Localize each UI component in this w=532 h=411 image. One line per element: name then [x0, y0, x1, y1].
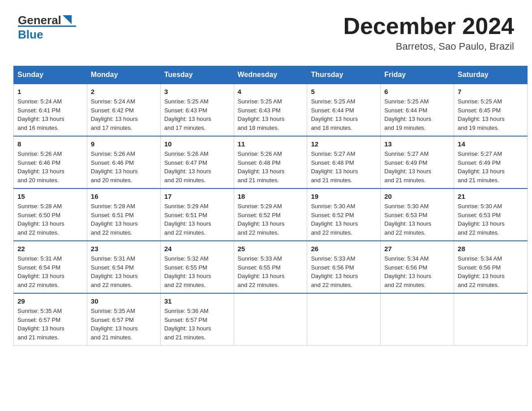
table-row: 5Sunrise: 5:25 AMSunset: 6:44 PMDaylight…	[307, 84, 381, 136]
table-row	[234, 293, 307, 346]
table-row: 16Sunrise: 5:28 AMSunset: 6:51 PMDayligh…	[87, 188, 160, 241]
day-info: Sunrise: 5:27 AMSunset: 6:49 PMDaylight:…	[384, 150, 450, 184]
day-number: 19	[311, 193, 377, 200]
day-number: 21	[458, 193, 523, 200]
table-row: 13Sunrise: 5:27 AMSunset: 6:49 PMDayligh…	[381, 136, 454, 188]
day-info: Sunrise: 5:30 AMSunset: 6:53 PMDaylight:…	[458, 202, 523, 237]
day-number: 13	[384, 140, 450, 148]
calendar-week-5: 29Sunrise: 5:35 AMSunset: 6:57 PMDayligh…	[14, 293, 528, 346]
table-row: 30Sunrise: 5:35 AMSunset: 6:57 PMDayligh…	[87, 293, 160, 346]
day-info: Sunrise: 5:28 AMSunset: 6:50 PMDaylight:…	[17, 202, 83, 237]
table-row: 29Sunrise: 5:35 AMSunset: 6:57 PMDayligh…	[14, 293, 87, 346]
day-info: Sunrise: 5:26 AMSunset: 6:48 PMDaylight:…	[238, 150, 304, 184]
day-number: 22	[17, 245, 83, 253]
day-number: 11	[238, 140, 304, 148]
table-row: 10Sunrise: 5:26 AMSunset: 6:47 PMDayligh…	[160, 136, 234, 188]
day-number: 5	[311, 88, 377, 95]
header-wednesday: Wednesday	[234, 66, 307, 84]
header-thursday: Thursday	[307, 66, 381, 84]
day-info: Sunrise: 5:29 AMSunset: 6:52 PMDaylight:…	[238, 202, 304, 237]
day-info: Sunrise: 5:25 AMSunset: 6:43 PMDaylight:…	[164, 97, 230, 132]
day-number: 10	[164, 140, 230, 148]
day-info: Sunrise: 5:25 AMSunset: 6:45 PMDaylight:…	[458, 97, 523, 132]
table-row: 11Sunrise: 5:26 AMSunset: 6:48 PMDayligh…	[234, 136, 307, 188]
header-monday: Monday	[87, 66, 160, 84]
day-info: Sunrise: 5:34 AMSunset: 6:56 PMDaylight:…	[384, 254, 450, 289]
day-number: 1	[17, 88, 83, 95]
table-row: 4Sunrise: 5:25 AMSunset: 6:43 PMDaylight…	[234, 84, 307, 136]
table-row: 20Sunrise: 5:30 AMSunset: 6:53 PMDayligh…	[381, 188, 454, 241]
table-row: 21Sunrise: 5:30 AMSunset: 6:53 PMDayligh…	[454, 188, 528, 241]
day-info: Sunrise: 5:29 AMSunset: 6:51 PMDaylight:…	[164, 202, 230, 237]
calendar-week-2: 8Sunrise: 5:26 AMSunset: 6:46 PMDaylight…	[14, 136, 528, 188]
table-row: 18Sunrise: 5:29 AMSunset: 6:52 PMDayligh…	[234, 188, 307, 241]
day-info: Sunrise: 5:35 AMSunset: 6:57 PMDaylight:…	[91, 307, 157, 342]
day-info: Sunrise: 5:30 AMSunset: 6:52 PMDaylight:…	[311, 202, 377, 237]
table-row: 8Sunrise: 5:26 AMSunset: 6:46 PMDaylight…	[14, 136, 87, 188]
table-row: 7Sunrise: 5:25 AMSunset: 6:45 PMDaylight…	[454, 84, 528, 136]
day-info: Sunrise: 5:24 AMSunset: 6:41 PMDaylight:…	[17, 97, 83, 132]
table-row: 12Sunrise: 5:27 AMSunset: 6:48 PMDayligh…	[307, 136, 381, 188]
table-row: 22Sunrise: 5:31 AMSunset: 6:54 PMDayligh…	[14, 241, 87, 293]
day-number: 17	[164, 193, 230, 200]
calendar-week-4: 22Sunrise: 5:31 AMSunset: 6:54 PMDayligh…	[14, 241, 528, 293]
logo: General Blue	[18, 13, 76, 42]
day-number: 30	[91, 297, 157, 305]
day-number: 28	[458, 245, 523, 253]
day-number: 23	[91, 245, 157, 253]
table-row: 31Sunrise: 5:36 AMSunset: 6:57 PMDayligh…	[160, 293, 234, 346]
day-number: 18	[238, 193, 304, 200]
day-number: 15	[17, 193, 83, 200]
day-number: 29	[17, 297, 83, 305]
svg-marker-0	[63, 15, 72, 24]
table-row	[381, 293, 454, 346]
calendar-week-3: 15Sunrise: 5:28 AMSunset: 6:50 PMDayligh…	[14, 188, 528, 241]
table-row: 24Sunrise: 5:32 AMSunset: 6:55 PMDayligh…	[160, 241, 234, 293]
table-row: 3Sunrise: 5:25 AMSunset: 6:43 PMDaylight…	[160, 84, 234, 136]
day-info: Sunrise: 5:31 AMSunset: 6:54 PMDaylight:…	[17, 254, 83, 289]
day-number: 16	[91, 193, 157, 200]
day-number: 4	[238, 88, 304, 95]
table-row: 26Sunrise: 5:33 AMSunset: 6:56 PMDayligh…	[307, 241, 381, 293]
logo-blue-text: Blue	[18, 28, 43, 41]
table-row: 28Sunrise: 5:34 AMSunset: 6:56 PMDayligh…	[454, 241, 528, 293]
day-number: 9	[91, 140, 157, 148]
table-row	[454, 293, 528, 346]
day-number: 12	[311, 140, 377, 148]
table-row: 6Sunrise: 5:25 AMSunset: 6:44 PMDaylight…	[381, 84, 454, 136]
calendar-table: Sunday Monday Tuesday Wednesday Thursday…	[13, 66, 528, 346]
logo-triangle-icon	[63, 15, 72, 24]
day-info: Sunrise: 5:27 AMSunset: 6:49 PMDaylight:…	[458, 150, 523, 184]
day-number: 27	[384, 245, 450, 253]
day-info: Sunrise: 5:36 AMSunset: 6:57 PMDaylight:…	[164, 307, 230, 342]
page-header: General Blue December 2024 Barretos, Sao…	[9, 9, 523, 57]
header-tuesday: Tuesday	[160, 66, 234, 84]
table-row: 25Sunrise: 5:33 AMSunset: 6:55 PMDayligh…	[234, 241, 307, 293]
day-number: 31	[164, 297, 230, 305]
day-info: Sunrise: 5:30 AMSunset: 6:53 PMDaylight:…	[384, 202, 450, 237]
day-info: Sunrise: 5:35 AMSunset: 6:57 PMDaylight:…	[17, 307, 83, 342]
month-title: December 2024	[343, 13, 514, 39]
day-number: 3	[164, 88, 230, 95]
day-info: Sunrise: 5:26 AMSunset: 6:46 PMDaylight:…	[17, 150, 83, 184]
day-number: 7	[458, 88, 523, 95]
table-row: 19Sunrise: 5:30 AMSunset: 6:52 PMDayligh…	[307, 188, 381, 241]
header-friday: Friday	[381, 66, 454, 84]
day-info: Sunrise: 5:28 AMSunset: 6:51 PMDaylight:…	[91, 202, 157, 237]
day-number: 14	[458, 140, 523, 148]
day-number: 24	[164, 245, 230, 253]
table-row: 14Sunrise: 5:27 AMSunset: 6:49 PMDayligh…	[454, 136, 528, 188]
calendar-header-row: Sunday Monday Tuesday Wednesday Thursday…	[14, 66, 528, 84]
day-number: 26	[311, 245, 377, 253]
calendar-week-1: 1Sunrise: 5:24 AMSunset: 6:41 PMDaylight…	[14, 84, 528, 136]
title-section: December 2024 Barretos, Sao Paulo, Brazi…	[343, 13, 514, 52]
day-info: Sunrise: 5:26 AMSunset: 6:47 PMDaylight:…	[164, 150, 230, 184]
day-info: Sunrise: 5:34 AMSunset: 6:56 PMDaylight:…	[458, 254, 523, 289]
day-info: Sunrise: 5:32 AMSunset: 6:55 PMDaylight:…	[164, 254, 230, 289]
day-info: Sunrise: 5:33 AMSunset: 6:56 PMDaylight:…	[311, 254, 377, 289]
table-row: 27Sunrise: 5:34 AMSunset: 6:56 PMDayligh…	[381, 241, 454, 293]
day-info: Sunrise: 5:27 AMSunset: 6:48 PMDaylight:…	[311, 150, 377, 184]
day-number: 6	[384, 88, 450, 95]
table-row: 17Sunrise: 5:29 AMSunset: 6:51 PMDayligh…	[160, 188, 234, 241]
table-row: 2Sunrise: 5:24 AMSunset: 6:42 PMDaylight…	[87, 84, 160, 136]
